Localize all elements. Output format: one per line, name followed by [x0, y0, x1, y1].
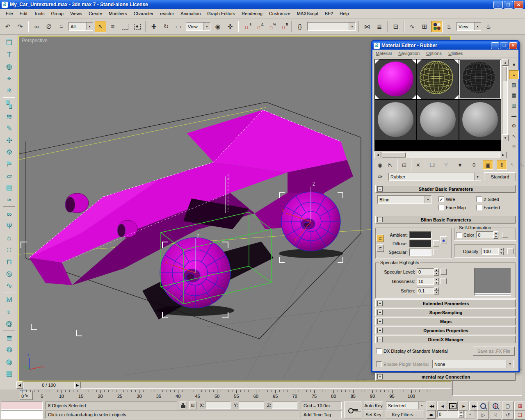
spin-up-icon[interactable]: ▲: [434, 268, 439, 272]
use-pivot-point-center-icon[interactable]: ◉: [212, 21, 224, 32]
diffuse-color-swatch[interactable]: [409, 240, 431, 247]
rollout-header-maps[interactable]: +Maps: [375, 317, 516, 325]
tab-cloth-m-icon[interactable]: M: [3, 294, 15, 306]
spin-up-icon[interactable]: ▲: [493, 231, 498, 235]
checkbox-wire[interactable]: ✓Wire: [438, 196, 476, 202]
align-icon[interactable]: ≣: [374, 21, 385, 32]
set-key-button[interactable]: Set Key: [364, 411, 383, 418]
go-to-parent-icon[interactable]: ↰: [507, 160, 517, 170]
checkbox-dx-display[interactable]: DX Display of Standard Material: [376, 348, 448, 354]
select-by-name-icon[interactable]: ≡: [107, 21, 119, 32]
me-maximize-button[interactable]: ❐: [500, 42, 508, 49]
edit-named-selection-sets-icon[interactable]: {}: [294, 21, 306, 32]
menu-rendering[interactable]: Rendering: [238, 10, 266, 17]
select-and-link-icon[interactable]: ∞: [31, 21, 42, 32]
checkbox-enable-plugin-material[interactable]: Enable Plugin Material: [376, 361, 429, 367]
tab-spiral-m-icon[interactable]: @: [3, 317, 15, 329]
redo-icon[interactable]: ↷: [14, 21, 26, 32]
plugin-material-dropdown[interactable]: None▼: [432, 360, 514, 368]
shader-type-dropdown[interactable]: Blinn▼: [377, 195, 431, 204]
tab-boxes-icon[interactable]: ▤: [3, 182, 15, 194]
sample-type-icon[interactable]: ●: [509, 60, 519, 69]
named-selection-sets-dropdown[interactable]: ▼: [307, 22, 356, 31]
self-illum-map-button[interactable]: [502, 232, 508, 238]
menu-tools[interactable]: Tools: [31, 10, 48, 17]
spin-down-icon[interactable]: ▼: [493, 235, 498, 239]
save-as-fx-file-button[interactable]: Save as .FX File: [473, 347, 515, 356]
schematic-view-icon[interactable]: ⊞: [419, 21, 430, 32]
layer-manager-icon[interactable]: ⊟: [390, 21, 402, 32]
me-menu-navigation[interactable]: Navigation: [398, 51, 420, 56]
minimize-button[interactable]: _: [493, 1, 503, 9]
tab-gear-icon[interactable]: ⚙: [3, 146, 15, 158]
material-editor-options-icon[interactable]: ⚙: [509, 121, 519, 130]
select-and-move-icon[interactable]: ✚: [148, 21, 160, 32]
select-and-rotate-icon[interactable]: ↻: [160, 21, 172, 32]
play-animation-icon[interactable]: ▶: [448, 402, 458, 411]
spin-down-icon[interactable]: ▼: [434, 272, 439, 276]
material-id-channel-icon[interactable]: 0: [469, 160, 479, 170]
mirror-icon[interactable]: ⋈: [361, 21, 373, 32]
glossiness-map-button[interactable]: [441, 278, 447, 284]
tab-car-icon[interactable]: ▱: [3, 170, 15, 182]
me-menu-material[interactable]: Material: [376, 51, 392, 56]
make-unique-icon[interactable]: Y: [441, 160, 451, 170]
material-editor-titlebar[interactable]: Ƨ Material Editor - Rubber _ ❐ ✕: [372, 41, 518, 50]
tab-star-icon[interactable]: ✶: [3, 84, 15, 96]
close-button[interactable]: ✕: [514, 1, 523, 9]
tab-figure-icon[interactable]: Ψ: [3, 220, 15, 232]
quick-render-icon[interactable]: ♨: [483, 21, 494, 32]
tab-knot-icon[interactable]: ∞: [3, 208, 15, 220]
me-menu-options[interactable]: Options: [426, 51, 442, 56]
make-preview-icon[interactable]: ▬: [509, 111, 519, 120]
y-coordinate-field[interactable]: [239, 402, 264, 409]
slots-horizontal-scrollbar[interactable]: ◀ ▶: [374, 152, 507, 158]
undo-icon[interactable]: ↶: [2, 21, 14, 32]
tab-knife-icon[interactable]: ✎: [3, 122, 15, 134]
spin-up-icon[interactable]: ▲: [499, 248, 504, 251]
rollout-header-mental-ray[interactable]: + mental ray Connection: [375, 373, 516, 381]
asset-browser-icon[interactable]: ❂: [3, 344, 15, 356]
unlink-selection-icon[interactable]: ∅: [43, 21, 55, 32]
soften-spinner[interactable]: 0.1 ▲▼: [417, 287, 439, 294]
time-configuration-button[interactable]: ◔: [465, 411, 474, 418]
specular-level-spinner[interactable]: 0 ▲▼: [417, 268, 439, 275]
select-object-icon[interactable]: ↖: [95, 21, 106, 32]
spin-up-icon[interactable]: ▲: [434, 287, 439, 291]
tab-springs-icon[interactable]: ≋: [3, 110, 15, 122]
tab-fan-icon[interactable]: ✣: [3, 134, 15, 146]
opacity-spinner[interactable]: 100 ▲▼: [482, 248, 504, 255]
viewport-label[interactable]: Perspective: [22, 38, 48, 43]
time-slider-forward[interactable]: ▶: [74, 382, 81, 388]
menu-animation[interactable]: Animation: [177, 10, 204, 17]
pick-material-from-object[interactable]: ✑: [375, 172, 385, 181]
next-frame-icon[interactable]: ▶: [459, 402, 468, 411]
menu-reactor[interactable]: reactor: [157, 10, 177, 17]
rollout-header-dynamics-properties[interactable]: +Dynamics Properties: [375, 326, 516, 334]
material-editor-icon[interactable]: [431, 21, 443, 32]
tab-wheel-icon[interactable]: ◎: [3, 267, 15, 279]
assign-material-to-selection-icon[interactable]: ⊡: [399, 160, 409, 170]
tab-door-icon[interactable]: ⌂: [3, 232, 15, 244]
select-and-scale-icon[interactable]: ▭: [173, 21, 184, 32]
spin-down-icon[interactable]: ▼: [459, 414, 463, 418]
sample-slot-6[interactable]: [459, 100, 501, 140]
reference-coordinate-system[interactable]: View▼: [186, 22, 210, 31]
zoom-extents-icon[interactable]: ▢: [502, 402, 514, 411]
menu-file[interactable]: File: [2, 10, 16, 17]
specular-level-map-button[interactable]: [441, 269, 447, 275]
tab-dominos-icon[interactable]: ∷: [3, 244, 15, 256]
me-minimize-button[interactable]: _: [491, 42, 499, 49]
tab-cloth-icon[interactable]: T: [3, 48, 15, 60]
sample-slot-3[interactable]: [459, 59, 501, 99]
spin-up-icon[interactable]: ▲: [459, 411, 463, 414]
auto-key-button[interactable]: Auto Key: [364, 402, 383, 409]
put-to-library-icon[interactable]: ▼: [455, 160, 465, 170]
scroll-down-icon[interactable]: ▼: [502, 135, 509, 141]
opacity-map-button[interactable]: [507, 248, 514, 254]
sample-slot-2[interactable]: [417, 59, 459, 99]
maxscript-mini-listener-pink[interactable]: [1, 402, 43, 410]
spin-up-icon[interactable]: ▲: [434, 278, 439, 281]
put-material-to-scene-icon[interactable]: ⇱: [385, 160, 395, 170]
select-by-material-icon[interactable]: ↖: [509, 132, 519, 141]
